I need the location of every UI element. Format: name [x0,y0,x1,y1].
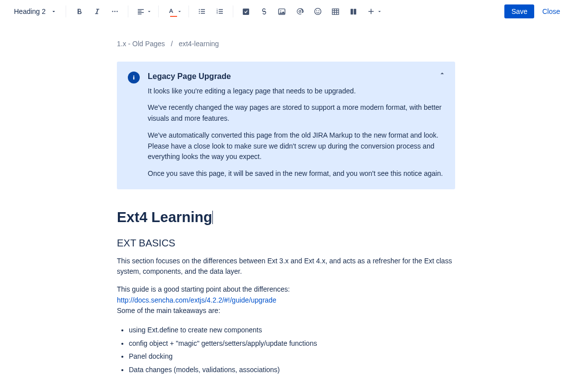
action-item-button[interactable] [238,3,254,19]
italic-icon [93,7,101,16]
link-button[interactable] [256,3,272,19]
mention-icon [295,7,304,16]
chevron-down-icon [51,8,57,14]
takeaways-list[interactable]: using Ext.define to create new component… [117,323,455,376]
collapse-button[interactable] [438,70,446,79]
link-icon [260,7,269,16]
align-left-icon [136,7,145,16]
svg-point-28 [133,76,134,77]
svg-point-0 [112,11,113,12]
divider [128,5,128,17]
save-button[interactable]: Save [504,4,534,18]
svg-text:3: 3 [216,12,218,14]
notice-body: Legacy Page Upgrade It looks like you're… [148,71,444,179]
toolbar-right: Save Close [504,4,562,18]
notice-paragraph: We've recently changed the way pages are… [148,102,444,124]
breadcrumb-current: ext4-learning [179,40,219,48]
text-style-label: Heading 2 [14,7,46,15]
numbered-list-button[interactable]: 123 [212,3,228,19]
bullet-list-button[interactable] [194,3,210,19]
chevron-down-icon [177,8,183,14]
bold-button[interactable] [71,3,87,19]
editor-toolbar: Heading 2 123 [0,0,572,23]
divider [158,5,159,17]
section-heading[interactable]: EXT BASICS [117,237,455,249]
page-title[interactable]: Ext4 Learning [117,209,212,226]
divider [66,5,66,17]
emoji-button[interactable] [310,3,326,19]
divider [233,5,233,17]
toolbar-left: Heading 2 123 [10,3,502,19]
notice-paragraph: It looks like you're editing a legacy pa… [148,86,444,97]
italic-button[interactable] [89,3,105,19]
mention-button[interactable] [292,3,308,19]
chevron-up-icon [438,70,446,78]
paragraph[interactable]: This section focuses on the differences … [117,256,455,277]
svg-rect-14 [219,13,223,14]
insert-dropdown[interactable] [364,3,383,19]
svg-rect-21 [332,8,339,14]
svg-rect-26 [351,8,353,14]
more-formatting-button[interactable] [107,3,123,19]
notice-paragraph: Once you save this page, it will be save… [148,168,444,179]
svg-point-19 [316,10,317,11]
paragraph-text: This guide is a good starting point abou… [117,285,290,293]
guide-link[interactable]: http://docs.sencha.com/extjs/4.2.2/#!/gu… [117,296,277,304]
svg-rect-8 [201,13,205,14]
layouts-icon [349,7,358,16]
svg-rect-12 [219,9,223,10]
notice-paragraph: We've automatically converted this page … [148,130,444,162]
list-item[interactable]: Panel docking [129,350,455,363]
editor-content[interactable]: 1.x - Old Pages / ext4-learning Legacy P… [117,40,455,376]
list-item[interactable]: using Ext.define to create new component… [129,323,455,337]
divider [189,5,189,17]
bold-icon [75,7,84,16]
text-style-dropdown[interactable]: Heading 2 [10,5,61,17]
chevron-down-icon [146,8,152,14]
image-button[interactable] [274,3,290,19]
numbered-list-icon: 123 [215,7,224,16]
text-color-swatch [170,16,177,17]
svg-point-18 [314,8,321,15]
svg-rect-27 [354,8,357,14]
paragraph[interactable]: This guide is a good starting point abou… [117,284,455,316]
svg-rect-6 [201,9,205,10]
notice-title: Legacy Page Upgrade [148,71,444,83]
svg-point-5 [199,13,200,14]
list-item[interactable]: Data changes (models, validations, assoc… [129,363,455,377]
svg-rect-15 [243,8,249,15]
breadcrumb-separator: / [171,40,173,48]
list-item[interactable]: config object + "magic" getters/setters/… [129,337,455,350]
table-button[interactable] [328,3,344,19]
svg-rect-13 [219,11,223,12]
bullet-list-icon [197,7,206,16]
svg-point-1 [114,11,115,12]
checkbox-icon [242,7,250,16]
layouts-button[interactable] [346,3,362,19]
text-color-dropdown[interactable] [164,3,184,19]
svg-point-20 [318,10,319,11]
close-button[interactable]: Close [540,4,562,18]
info-icon [128,72,140,83]
breadcrumb-parent[interactable]: 1.x - Old Pages [117,40,165,48]
image-icon [278,7,286,16]
legacy-upgrade-notice: Legacy Page Upgrade It looks like you're… [117,62,455,189]
text-color-icon [167,7,176,16]
breadcrumb: 1.x - Old Pages / ext4-learning [117,40,455,48]
svg-point-4 [199,11,200,12]
svg-rect-7 [201,11,205,12]
plus-icon [367,7,376,16]
emoji-icon [313,7,322,16]
chevron-down-icon [377,8,382,14]
svg-rect-29 [133,77,134,79]
svg-point-3 [199,9,200,10]
alignment-dropdown[interactable] [133,3,153,19]
paragraph-text: Some of the main takeaways are: [117,307,220,314]
more-icon [110,7,119,16]
table-icon [331,7,340,16]
svg-point-17 [281,10,282,11]
svg-point-2 [116,11,117,12]
